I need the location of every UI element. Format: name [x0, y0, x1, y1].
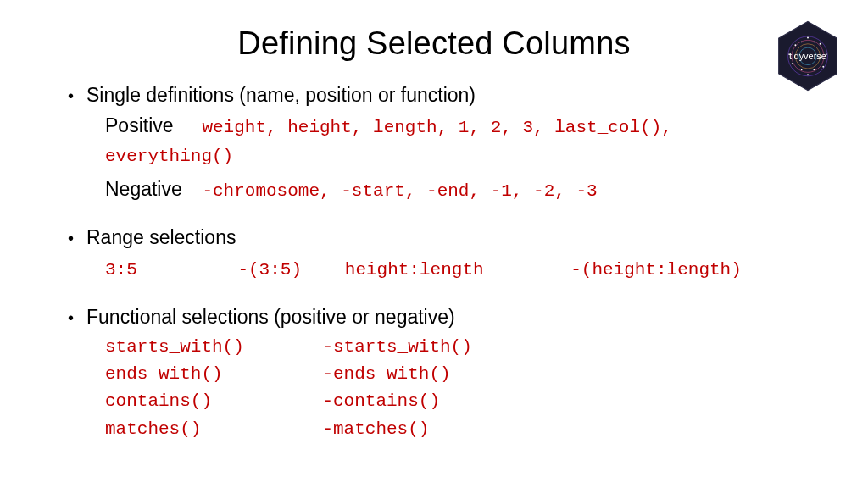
func-row: ends_with() -ends_with() — [105, 359, 809, 386]
func-row: starts_with() -starts_with() — [105, 332, 809, 359]
logo-text: tidyverse — [789, 51, 826, 61]
svg-point-5 — [794, 44, 796, 46]
func-pos: starts_with() — [105, 336, 317, 359]
range-code-2: -(3:5) — [237, 258, 339, 283]
positive-label: Positive — [105, 112, 197, 140]
func-pos: ends_with() — [105, 363, 317, 386]
bullet-range-selections: Range selections 3:5 -(3:5) height:lengt… — [68, 226, 809, 283]
bullet-heading: Range selections — [86, 226, 236, 248]
tidyverse-logo: tidyverse — [776, 20, 839, 92]
svg-point-15 — [801, 42, 803, 43]
func-neg: -matches() — [322, 418, 429, 441]
func-neg: -starts_with() — [322, 336, 471, 359]
svg-point-13 — [801, 69, 803, 71]
svg-point-6 — [820, 43, 821, 45]
negative-label: Negative — [105, 175, 197, 203]
svg-point-14 — [814, 69, 815, 71]
functional-lines: starts_with() -starts_with() ends_with()… — [105, 332, 809, 441]
range-code-1: 3:5 — [105, 258, 232, 283]
range-code-3: height:length — [345, 258, 565, 283]
func-neg: -ends_with() — [322, 363, 450, 386]
bullet-functional-selections: Functional selections (positive or negat… — [68, 306, 809, 441]
func-row: contains() -contains() — [105, 386, 809, 413]
func-row: matches() -matches() — [105, 414, 809, 441]
svg-point-8 — [822, 66, 824, 68]
svg-point-9 — [807, 37, 809, 39]
bullet-single-definitions: Single definitions (name, position or fu… — [68, 84, 809, 204]
negative-line: Negative -chromosome, -start, -end, -1, … — [105, 175, 809, 204]
positive-line: Positive weight, height, length, 1, 2, 3… — [105, 112, 809, 170]
slide: tidyverse Defining Selected Columns Sing… — [0, 0, 868, 488]
svg-point-16 — [814, 42, 815, 43]
func-pos: matches() — [105, 418, 317, 441]
svg-point-7 — [792, 63, 793, 64]
range-row: 3:5 -(3:5) height:length -(height:length… — [105, 254, 809, 283]
func-neg: -contains() — [322, 390, 440, 413]
range-code-4: -(height:length) — [570, 258, 742, 283]
negative-code: -chromosome, -start, -end, -1, -2, -3 — [202, 181, 597, 201]
bullet-list: Single definitions (name, position or fu… — [59, 84, 809, 441]
bullet-heading: Functional selections (positive or negat… — [86, 306, 455, 328]
slide-title: Defining Selected Columns — [59, 25, 809, 62]
svg-point-10 — [807, 74, 809, 75]
bullet-heading: Single definitions (name, position or fu… — [86, 84, 476, 106]
func-pos: contains() — [105, 390, 317, 413]
